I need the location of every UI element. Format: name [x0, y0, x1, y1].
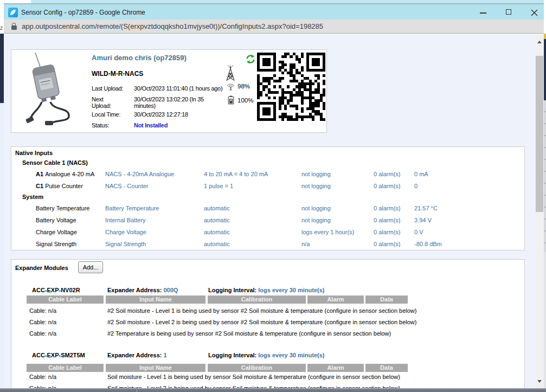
table-header-alarm: Alarm: [307, 364, 364, 372]
alarms-link[interactable]: 0 alarm(s): [374, 183, 401, 189]
refresh-icon[interactable]: [246, 54, 255, 64]
expander-modules-panel: Expander Modules Add... ACC-EXP-NV02RExp…: [11, 259, 525, 388]
background-window-right-accent: [544, 34, 546, 39]
device-fields: Last Upload:30/Oct/2023 11:01:40 (1 hour…: [92, 85, 222, 133]
input-name-link[interactable]: NACS - Counter: [105, 183, 148, 189]
signal-percent: 98%: [237, 83, 250, 89]
data-value-link[interactable]: 0: [414, 183, 417, 189]
add-expander-button[interactable]: Add...: [78, 261, 103, 273]
background-window-right: [544, 39, 546, 100]
input-label: C1 Pulse Counter: [36, 183, 83, 189]
calibration-link[interactable]: automatic: [204, 241, 230, 247]
outpost-leaf-favicon: [8, 8, 18, 17]
calibration-link[interactable]: 4 to 20 mA = 4 to 20 mA: [204, 171, 268, 177]
table-header-input-name: Input Name: [106, 295, 205, 304]
group-title: System: [22, 194, 43, 200]
background-window-right-rows: [544, 100, 546, 252]
data-value-link[interactable]: 0 mA: [414, 171, 428, 177]
alarms-link[interactable]: 0 alarm(s): [374, 229, 401, 235]
close-button[interactable]: [526, 4, 542, 21]
calibration-link[interactable]: automatic: [204, 229, 230, 235]
window-title: Sensor Config - op72859 - Google Chrome: [21, 4, 145, 21]
logging-link[interactable]: logs every 1 hour(s): [301, 229, 354, 235]
data-value-link[interactable]: 0 V: [414, 229, 423, 235]
device-model: WILD-M-R-NACS: [92, 70, 143, 78]
url-text: app.outpostcentral.com/remote/(S(erxpvzt…: [22, 20, 323, 33]
data-value-link[interactable]: 21.57 °C: [414, 205, 438, 211]
vertical-scrollbar[interactable]: [536, 34, 543, 388]
device-summary-panel: Amuri demo chris (op72859) WILD-M-R-NACS…: [11, 49, 327, 133]
logging-link[interactable]: not logging: [301, 171, 331, 177]
input-name-link[interactable]: Battery Temperature: [105, 205, 159, 211]
input-label: A1 Analogue 4-20 mA: [36, 171, 94, 177]
expander-modules-title: Expander Modules: [15, 265, 68, 271]
chrome-popup-window: Sensor Config - op72859 - Google Chrome …: [4, 3, 544, 388]
input-label: Battery Temperature: [36, 205, 89, 211]
device-photo: [22, 50, 86, 132]
table-header-cable-label: Cable Label: [27, 364, 104, 372]
lock-icon[interactable]: [11, 23, 17, 30]
qr-code: [257, 53, 325, 121]
input-description: #2 Soil moisture - Level 1 is being used…: [107, 307, 416, 314]
logging-link[interactable]: not logging: [301, 205, 331, 211]
logging-interval-label: Logging Interval:: [208, 352, 256, 358]
expander-address-label: Expander Address:: [107, 287, 162, 293]
data-value-link[interactable]: -80.8 dBm: [414, 241, 442, 247]
battery-percent: 100%: [237, 97, 253, 104]
cable-label: Cable: n/a: [29, 374, 56, 380]
scrollbar-up-arrow[interactable]: [537, 41, 542, 43]
calibration-link[interactable]: 1 pulse = 1: [204, 183, 233, 189]
minimize-button[interactable]: [475, 4, 491, 21]
input-name-link[interactable]: Internal Battery: [105, 217, 146, 223]
alarms-link[interactable]: 0 alarm(s): [374, 205, 401, 211]
expander-address-value[interactable]: 1: [163, 352, 166, 358]
background-window-left: [0, 34, 4, 103]
taskbar-edge: [0, 388, 546, 392]
background-window-right-lower: [544, 252, 546, 388]
field-status: Status:Not Installed: [92, 122, 222, 133]
input-label: Charge Voltage: [36, 229, 77, 235]
alarms-link[interactable]: 0 alarm(s): [374, 217, 401, 223]
scrollbar-down-arrow[interactable]: [537, 380, 542, 383]
background-window-left-lower: [0, 103, 4, 388]
cable-label: Cable: n/a: [29, 330, 56, 337]
expander-model: ACC-EXP-NV02R: [32, 287, 80, 293]
logging-interval-value[interactable]: logs every 30 minute(s): [258, 287, 324, 293]
maximize-button[interactable]: [500, 4, 517, 21]
background-text-fragment: z: [0, 24, 4, 32]
field-last-upload: Last Upload:30/Oct/2023 11:01:40 (1 hour…: [92, 85, 222, 96]
alarms-link[interactable]: 0 alarm(s): [374, 171, 401, 177]
logging-link[interactable]: not logging: [301, 183, 331, 189]
logging-interval-label: Logging Interval:: [208, 287, 256, 293]
signal-strength-icon: [226, 83, 235, 91]
cable-label: Cable: n/a: [29, 307, 56, 314]
expander-address-label: Expander Address:: [107, 352, 162, 358]
input-description: #2 Temperature is being used by sensor #…: [107, 330, 391, 337]
input-description: #2 Soil moisture - Level 2 is being used…: [107, 319, 416, 325]
input-name-link[interactable]: Charge Voltage: [105, 229, 146, 235]
expander-model: ACC-EXP-SM2T5M: [32, 352, 85, 358]
url-bar[interactable]: app.outpostcentral.com/remote/(S(erxpvzt…: [4, 20, 544, 34]
field-local-time: Local Time:30/Oct/2023 12:27:18: [92, 111, 222, 122]
expander-address-value[interactable]: 000Q: [163, 287, 178, 293]
alarms-link[interactable]: 0 alarm(s): [374, 241, 401, 247]
scrollbar-thumb[interactable]: [536, 56, 543, 212]
data-value-link[interactable]: 3.94 V: [414, 217, 432, 223]
device-name: Amuri demo chris (op72859): [92, 54, 187, 62]
calibration-link[interactable]: automatic: [204, 217, 230, 223]
table-header-calibration: Calibration: [208, 295, 306, 304]
battery-icon: [228, 95, 234, 105]
table-header-data: Data: [365, 295, 408, 304]
logging-interval-value[interactable]: logs every 30 minute(s): [258, 352, 324, 358]
page-content: Amuri demo chris (op72859) WILD-M-R-NACS…: [4, 34, 544, 388]
input-name-link[interactable]: Signal Strength: [105, 241, 146, 247]
input-name-link[interactable]: NACS - 4-20mA Analogue: [105, 171, 174, 177]
input-description: Soil moisture - Level 1 is being used by…: [107, 374, 400, 380]
calibration-link[interactable]: automatic: [204, 205, 230, 211]
logging-link[interactable]: n/a: [301, 241, 310, 247]
table-header-data: Data: [365, 364, 408, 372]
logging-link[interactable]: not logging: [301, 217, 331, 223]
group-title: Sensor Cable 1 (NACS): [22, 159, 88, 166]
table-header-input-name: Input Name: [106, 364, 205, 372]
native-inputs-panel: Native Inputs Sensor Cable 1 (NACS)A1 An…: [11, 146, 525, 250]
